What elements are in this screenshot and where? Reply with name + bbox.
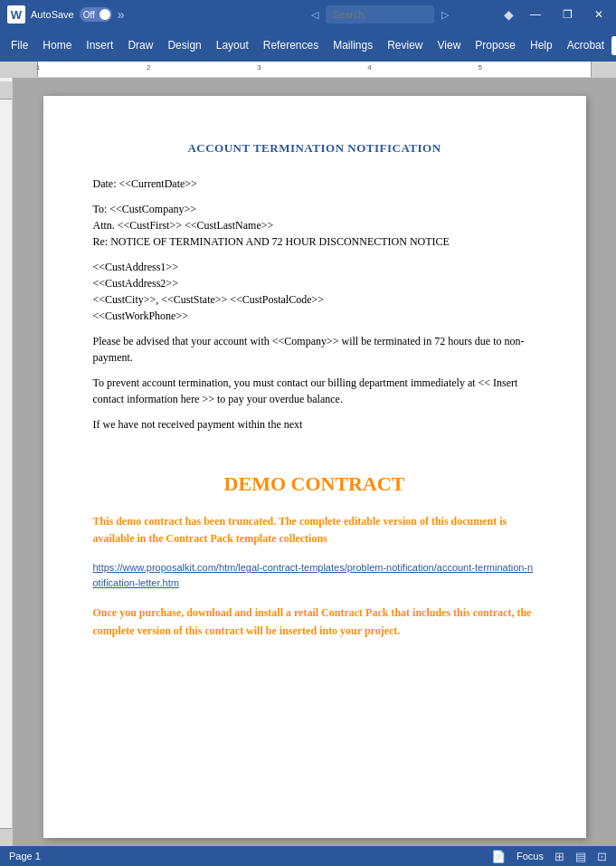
menu-help[interactable]: Help	[523, 33, 560, 57]
menu-home[interactable]: Home	[35, 33, 79, 57]
termination-text: Please be advised that your account with…	[93, 335, 525, 364]
autosave-toggle[interactable]: Off	[80, 7, 112, 22]
termination-notice-para: Please be advised that your account with…	[93, 333, 536, 366]
close-button[interactable]: ✕	[589, 6, 609, 23]
cust-address2: <<CustAddress2>>	[93, 275, 536, 291]
comment-button[interactable]: 💬 Comment	[611, 36, 616, 55]
menu-acrobat[interactable]: Acrobat	[560, 33, 611, 57]
document-scroll-area[interactable]: ACCOUNT TERMINATION NOTIFICATION Date: <…	[13, 78, 616, 846]
status-bar: Page 1 📄 Focus ⊞ ▤ ⊡	[0, 846, 616, 866]
demo-description: This demo contract has been truncated. T…	[93, 513, 536, 547]
page-info: Page 1	[9, 851, 41, 861]
ruler-right-margin	[591, 62, 616, 77]
title-chevron-left: ◁	[311, 9, 318, 21]
word-icon: W	[7, 5, 25, 24]
ruler-body: 1 2 3 4 5	[38, 62, 591, 77]
address-block: To: <<CustCompany>> Attn. <<CustFirst>> …	[93, 201, 536, 250]
prevent-termination-para: To prevent account termination, you must…	[93, 375, 536, 407]
menu-bar: File Home Insert Draw Design Layout Refe…	[0, 29, 616, 62]
menu-insert[interactable]: Insert	[79, 33, 120, 57]
quick-access-more[interactable]: »	[118, 7, 125, 22]
menu-review[interactable]: Review	[380, 33, 430, 57]
toggle-off-label: Off	[83, 10, 95, 20]
date-para: Date: <<CurrentDate>>	[93, 176, 536, 192]
title-chevron-right: ▷	[441, 9, 449, 21]
attn-line: Attn. <<CustFirst>> <<CustLastName>>	[93, 217, 536, 233]
menu-layout[interactable]: Layout	[209, 33, 256, 57]
cust-phone: <<CustWorkPhone>>	[93, 308, 536, 324]
cust-address-block: <<CustAddress1>> <<CustAddress2>> <<Cust…	[93, 259, 536, 324]
title-bar-left: W AutoSave Off »	[7, 5, 256, 24]
view-icon[interactable]: ⊡	[597, 850, 607, 863]
cust-citystatezip: <<CustCity>>, <<CustState>> <<CustPostal…	[93, 291, 536, 308]
menu-mailings[interactable]: Mailings	[326, 33, 380, 57]
title-bar-right: ◆ — ❐ ✕	[504, 6, 609, 23]
focus-label[interactable]: Focus	[516, 851, 544, 861]
menu-references[interactable]: References	[256, 33, 326, 57]
diamond-icon[interactable]: ◆	[504, 7, 514, 22]
demo-link[interactable]: https://www.proposalkit.com/htm/legal-co…	[93, 560, 536, 590]
minimize-button[interactable]: —	[525, 6, 546, 23]
layout-icon[interactable]: ▤	[575, 850, 586, 863]
restore-button[interactable]: ❐	[557, 6, 578, 23]
ruler: 1 2 3 4 5	[0, 62, 616, 78]
document-title: ACCOUNT TERMINATION NOTIFICATION	[93, 141, 536, 156]
title-bar-center: ◁ ▷	[256, 5, 505, 24]
menu-right-actions: 💬 Comment ✏️ Editing ▾	[611, 35, 616, 56]
document-body: Date: <<CurrentDate>> To: <<CustCompany>…	[93, 176, 536, 640]
autosave-label: AutoSave	[31, 9, 74, 20]
demo-purchase-text: Once you purchase, download and install …	[93, 604, 536, 639]
main-area: ACCOUNT TERMINATION NOTIFICATION Date: <…	[0, 78, 616, 846]
payment-text: If we have not received payment within t…	[93, 418, 303, 431]
title-search-input[interactable]	[326, 5, 434, 24]
vertical-ruler	[0, 78, 13, 846]
to-line: To: <<CustCompany>>	[93, 201, 536, 217]
menu-view[interactable]: View	[431, 33, 469, 57]
prevent-text: To prevent account termination, you must…	[93, 376, 518, 405]
status-right: 📄 Focus ⊞ ▤ ⊡	[491, 850, 607, 863]
title-bar: W AutoSave Off » ◁ ▷ ◆ — ❐ ✕	[0, 0, 616, 29]
cust-address1: <<CustAddress1>>	[93, 259, 536, 275]
document-icon[interactable]: 📄	[491, 850, 506, 863]
ruler-left-margin	[0, 62, 38, 77]
document-page: ACCOUNT TERMINATION NOTIFICATION Date: <…	[43, 96, 586, 838]
menu-design[interactable]: Design	[160, 33, 208, 57]
date-field: Date: <<CurrentDate>>	[93, 177, 197, 190]
demo-title: DEMO CONTRACT	[93, 469, 536, 499]
grid-icon[interactable]: ⊞	[554, 850, 564, 863]
toggle-knob	[100, 9, 110, 20]
menu-draw[interactable]: Draw	[120, 33, 160, 57]
menu-propose[interactable]: Propose	[468, 33, 523, 57]
re-line: Re: NOTICE OF TERMINATION AND 72 HOUR DI…	[93, 233, 536, 250]
payment-received-para: If we have not received payment within t…	[93, 416, 536, 433]
menu-file[interactable]: File	[4, 33, 35, 57]
